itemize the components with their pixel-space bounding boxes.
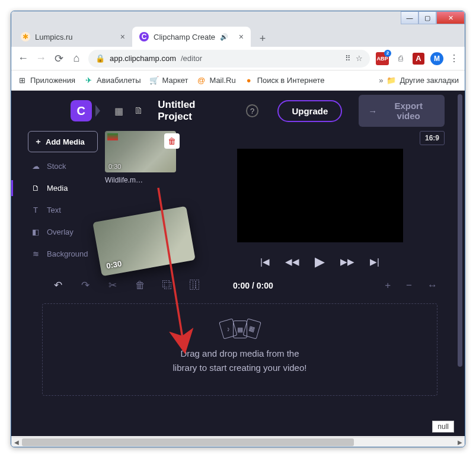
sidebar-item-overlay[interactable]: ◧Overlay xyxy=(28,224,98,240)
ext-screenshot-icon[interactable]: ⎙ xyxy=(395,53,407,65)
plus-icon: ＋ xyxy=(34,136,42,147)
zoom-in-button[interactable]: + xyxy=(385,280,391,292)
translate-icon[interactable]: ⠿ xyxy=(345,54,351,63)
scroll-thumb[interactable] xyxy=(22,438,354,446)
drag-duration: 0:30 xyxy=(106,259,122,270)
upgrade-button[interactable]: Upgrade xyxy=(277,100,342,122)
video-preview[interactable] xyxy=(237,149,403,242)
reload-button[interactable]: ⟳ xyxy=(53,52,65,65)
redo-button[interactable]: ↷ xyxy=(79,279,92,292)
zoom-out-button[interactable]: − xyxy=(406,280,412,292)
rewind-button[interactable]: ◀◀ xyxy=(285,257,299,267)
tab-lumpics[interactable]: ✱ Lumpics.ru × xyxy=(14,27,132,47)
export-button[interactable]: → Export video xyxy=(359,95,445,127)
bm-apps[interactable]: ⊞Приложения xyxy=(17,76,75,85)
sidebar-item-media[interactable]: 🗋Media xyxy=(28,180,98,196)
ext-pdf-icon[interactable]: A xyxy=(413,53,424,65)
new-tab-button[interactable]: + xyxy=(254,30,271,47)
tabs-row: ✱ Lumpics.ru × C Clipchamp Create 🔊 × + xyxy=(11,25,465,47)
scroll-left-icon[interactable]: ◀ xyxy=(11,437,21,447)
apps-icon: ⊞ xyxy=(17,76,27,85)
dropzone-icon: ♪ ▦ ▦ xyxy=(219,321,261,338)
media-filename: Wildlife.m… xyxy=(105,176,188,184)
audio-icon[interactable]: 🔊 xyxy=(220,33,228,41)
bm-other-label[interactable]: Другие закладки xyxy=(400,76,459,85)
sidebar-item-background[interactable]: ≋Background xyxy=(28,246,98,262)
fastforward-button[interactable]: ▶▶ xyxy=(340,257,354,267)
browser-chrome: ✱ Lumpics.ru × C Clipchamp Create 🔊 × + … xyxy=(11,11,465,91)
tab-close-icon[interactable]: × xyxy=(120,32,125,41)
aspect-ratio-button[interactable]: 16:9 xyxy=(420,131,445,145)
home-button[interactable]: ⌂ xyxy=(71,52,82,65)
chevron-icon[interactable]: » xyxy=(379,76,383,85)
split-button[interactable]: ⿲ xyxy=(188,280,201,292)
file-icon[interactable]: 🗎 xyxy=(133,105,145,116)
url-path: /editor xyxy=(181,54,202,63)
zoom-fit-button[interactable]: ↔ xyxy=(427,280,437,292)
thumbnail-badge xyxy=(107,133,118,140)
background-icon: ≋ xyxy=(30,249,41,258)
cut-button[interactable]: ✂ xyxy=(106,279,119,292)
mail-icon: @ xyxy=(197,76,206,85)
url-host: app.clipchamp.com xyxy=(110,54,176,63)
ext-abp-icon[interactable]: ABP xyxy=(376,52,389,65)
sidebar: ＋Add Media ☁Stock 🗋Media TText ◧Overlay … xyxy=(28,131,98,270)
app-topbar: C ▦ 🗎 Untitled Project ? Upgrade → Expor… xyxy=(11,91,455,131)
horizontal-scrollbar[interactable]: ◀ ▶ xyxy=(11,437,465,447)
back-button[interactable]: ← xyxy=(17,52,29,65)
media-library: 🗑 0:30 Wildlife.m… 0:30 xyxy=(105,131,188,270)
project-title[interactable]: Untitled Project xyxy=(158,99,231,123)
cart-icon: 🛒 xyxy=(149,76,159,85)
favicon-clipchamp: C xyxy=(139,32,149,41)
delete-button[interactable]: 🗑 xyxy=(133,280,146,292)
plane-icon: ✈ xyxy=(84,76,93,85)
tab-close-icon[interactable]: × xyxy=(239,32,244,41)
bm-avia[interactable]: ✈Авиабилеты xyxy=(84,76,140,85)
sidebar-item-text[interactable]: TText xyxy=(28,202,98,218)
bm-market[interactable]: 🛒Маркет xyxy=(149,76,189,85)
preview-panel: 16:9 |◀ ◀◀ ▶ ▶▶ ▶| xyxy=(195,131,445,270)
address-bar[interactable]: 🔒 app.clipchamp.com/editor ⠿ ☆ xyxy=(88,50,370,68)
null-overlay: null xyxy=(432,421,454,433)
bm-search[interactable]: ●Поиск в Интернете xyxy=(244,76,325,85)
scroll-right-icon[interactable]: ▶ xyxy=(455,437,465,447)
export-label: Export video xyxy=(382,101,435,121)
main-area: ＋Add Media ☁Stock 🗋Media TText ◧Overlay … xyxy=(11,131,455,270)
next-button[interactable]: ▶| xyxy=(370,257,379,267)
delete-media-button[interactable]: 🗑 xyxy=(164,133,180,149)
clipchamp-app: C ▦ 🗎 Untitled Project ? Upgrade → Expor… xyxy=(11,91,465,436)
window-close-button[interactable]: ✕ xyxy=(436,11,465,24)
dragging-thumbnail[interactable]: 0:30 xyxy=(92,206,196,276)
address-row: ← → ⟳ ⌂ 🔒 app.clipchamp.com/editor ⠿ ☆ A… xyxy=(11,47,465,71)
prev-button[interactable]: |◀ xyxy=(260,257,270,267)
clipchamp-logo[interactable]: C xyxy=(71,100,92,121)
stock-icon: ☁ xyxy=(30,162,41,171)
undo-button[interactable]: ↶ xyxy=(52,279,65,292)
copy-button[interactable]: ⿻ xyxy=(161,280,174,292)
forward-button[interactable]: → xyxy=(35,52,47,65)
profile-avatar[interactable]: M xyxy=(430,52,443,65)
play-button[interactable]: ▶ xyxy=(315,254,325,270)
browser-menu-icon[interactable]: ⋮ xyxy=(449,53,459,64)
help-button[interactable]: ? xyxy=(246,104,259,117)
vertical-scrollbar[interactable] xyxy=(455,91,465,425)
folder-icon: 📁 xyxy=(386,76,396,85)
timeline-dropzone[interactable]: ♪ ▦ ▦ Drag and drop media from the libra… xyxy=(42,303,437,396)
bm-mail[interactable]: @Mail.Ru xyxy=(197,76,236,85)
tab-title: Clipchamp Create xyxy=(154,33,215,41)
minimize-button[interactable]: — xyxy=(401,11,419,24)
maximize-button[interactable]: ▢ xyxy=(419,11,436,24)
scroll-thumb[interactable] xyxy=(458,94,462,367)
tab-title: Lumpics.ru xyxy=(35,33,73,41)
bookmark-star-icon[interactable]: ☆ xyxy=(356,54,363,63)
add-media-button[interactable]: ＋Add Media xyxy=(28,131,98,152)
media-duration: 0:30 xyxy=(108,163,121,170)
dropzone-text: Drag and drop media from the library to … xyxy=(49,347,431,375)
sidebar-item-stock[interactable]: ☁Stock xyxy=(28,158,98,174)
favicon-lumpics: ✱ xyxy=(21,32,30,41)
media-thumbnail[interactable]: 🗑 0:30 xyxy=(105,131,176,172)
time-display: 0:00 / 0:00 xyxy=(233,281,273,290)
templates-icon[interactable]: ▦ xyxy=(113,105,125,117)
tab-clipchamp[interactable]: C Clipchamp Create 🔊 × xyxy=(132,27,251,47)
media-icon: 🗋 xyxy=(30,184,41,193)
